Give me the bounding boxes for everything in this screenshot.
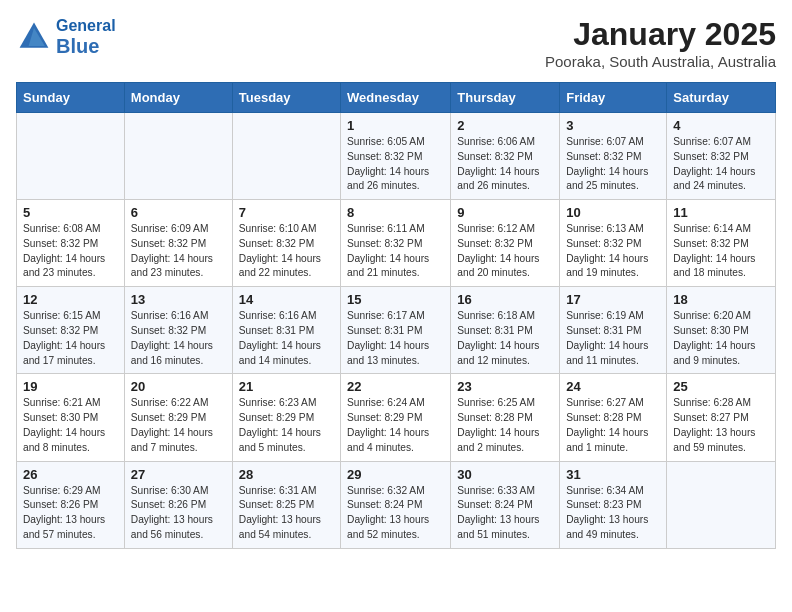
day-info: Sunrise: 6:09 AMSunset: 8:32 PMDaylight:… bbox=[131, 222, 226, 281]
day-info: Sunrise: 6:11 AMSunset: 8:32 PMDaylight:… bbox=[347, 222, 444, 281]
weekday-header: Saturday bbox=[667, 83, 776, 113]
day-info: Sunrise: 6:05 AMSunset: 8:32 PMDaylight:… bbox=[347, 135, 444, 194]
day-info: Sunrise: 6:23 AMSunset: 8:29 PMDaylight:… bbox=[239, 396, 334, 455]
day-info: Sunrise: 6:27 AMSunset: 8:28 PMDaylight:… bbox=[566, 396, 660, 455]
day-number: 16 bbox=[457, 292, 553, 307]
day-number: 21 bbox=[239, 379, 334, 394]
day-info: Sunrise: 6:19 AMSunset: 8:31 PMDaylight:… bbox=[566, 309, 660, 368]
day-info: Sunrise: 6:33 AMSunset: 8:24 PMDaylight:… bbox=[457, 484, 553, 543]
calendar-cell: 10Sunrise: 6:13 AMSunset: 8:32 PMDayligh… bbox=[560, 200, 667, 287]
day-number: 18 bbox=[673, 292, 769, 307]
calendar-week-row: 5Sunrise: 6:08 AMSunset: 8:32 PMDaylight… bbox=[17, 200, 776, 287]
logo-blue: Blue bbox=[56, 35, 116, 57]
logo: General Blue bbox=[16, 16, 116, 57]
day-info: Sunrise: 6:32 AMSunset: 8:24 PMDaylight:… bbox=[347, 484, 444, 543]
day-info: Sunrise: 6:20 AMSunset: 8:30 PMDaylight:… bbox=[673, 309, 769, 368]
calendar-cell: 9Sunrise: 6:12 AMSunset: 8:32 PMDaylight… bbox=[451, 200, 560, 287]
day-info: Sunrise: 6:29 AMSunset: 8:26 PMDaylight:… bbox=[23, 484, 118, 543]
calendar-cell: 7Sunrise: 6:10 AMSunset: 8:32 PMDaylight… bbox=[232, 200, 340, 287]
calendar-cell: 15Sunrise: 6:17 AMSunset: 8:31 PMDayligh… bbox=[341, 287, 451, 374]
day-info: Sunrise: 6:22 AMSunset: 8:29 PMDaylight:… bbox=[131, 396, 226, 455]
calendar-cell: 21Sunrise: 6:23 AMSunset: 8:29 PMDayligh… bbox=[232, 374, 340, 461]
day-number: 5 bbox=[23, 205, 118, 220]
day-number: 1 bbox=[347, 118, 444, 133]
calendar-cell: 31Sunrise: 6:34 AMSunset: 8:23 PMDayligh… bbox=[560, 461, 667, 548]
calendar-cell: 30Sunrise: 6:33 AMSunset: 8:24 PMDayligh… bbox=[451, 461, 560, 548]
calendar-cell: 22Sunrise: 6:24 AMSunset: 8:29 PMDayligh… bbox=[341, 374, 451, 461]
day-number: 3 bbox=[566, 118, 660, 133]
day-info: Sunrise: 6:16 AMSunset: 8:31 PMDaylight:… bbox=[239, 309, 334, 368]
day-number: 31 bbox=[566, 467, 660, 482]
day-number: 24 bbox=[566, 379, 660, 394]
calendar-cell bbox=[17, 113, 125, 200]
weekday-header: Wednesday bbox=[341, 83, 451, 113]
calendar-cell: 11Sunrise: 6:14 AMSunset: 8:32 PMDayligh… bbox=[667, 200, 776, 287]
calendar-table: SundayMondayTuesdayWednesdayThursdayFrid… bbox=[16, 82, 776, 549]
calendar-week-row: 26Sunrise: 6:29 AMSunset: 8:26 PMDayligh… bbox=[17, 461, 776, 548]
day-number: 4 bbox=[673, 118, 769, 133]
day-info: Sunrise: 6:25 AMSunset: 8:28 PMDaylight:… bbox=[457, 396, 553, 455]
calendar-cell: 17Sunrise: 6:19 AMSunset: 8:31 PMDayligh… bbox=[560, 287, 667, 374]
day-info: Sunrise: 6:13 AMSunset: 8:32 PMDaylight:… bbox=[566, 222, 660, 281]
calendar-cell: 1Sunrise: 6:05 AMSunset: 8:32 PMDaylight… bbox=[341, 113, 451, 200]
day-info: Sunrise: 6:07 AMSunset: 8:32 PMDaylight:… bbox=[673, 135, 769, 194]
calendar-cell: 14Sunrise: 6:16 AMSunset: 8:31 PMDayligh… bbox=[232, 287, 340, 374]
weekday-header: Friday bbox=[560, 83, 667, 113]
day-number: 27 bbox=[131, 467, 226, 482]
day-number: 13 bbox=[131, 292, 226, 307]
day-number: 11 bbox=[673, 205, 769, 220]
day-number: 30 bbox=[457, 467, 553, 482]
day-info: Sunrise: 6:30 AMSunset: 8:26 PMDaylight:… bbox=[131, 484, 226, 543]
page-header: General Blue January 2025 Pooraka, South… bbox=[16, 16, 776, 70]
day-info: Sunrise: 6:12 AMSunset: 8:32 PMDaylight:… bbox=[457, 222, 553, 281]
logo-icon bbox=[16, 19, 52, 55]
day-info: Sunrise: 6:21 AMSunset: 8:30 PMDaylight:… bbox=[23, 396, 118, 455]
calendar-week-row: 12Sunrise: 6:15 AMSunset: 8:32 PMDayligh… bbox=[17, 287, 776, 374]
calendar-cell bbox=[124, 113, 232, 200]
day-info: Sunrise: 6:34 AMSunset: 8:23 PMDaylight:… bbox=[566, 484, 660, 543]
calendar-cell: 29Sunrise: 6:32 AMSunset: 8:24 PMDayligh… bbox=[341, 461, 451, 548]
day-info: Sunrise: 6:17 AMSunset: 8:31 PMDaylight:… bbox=[347, 309, 444, 368]
day-number: 2 bbox=[457, 118, 553, 133]
day-number: 9 bbox=[457, 205, 553, 220]
page-subtitle: Pooraka, South Australia, Australia bbox=[545, 53, 776, 70]
page-title: January 2025 bbox=[545, 16, 776, 53]
day-info: Sunrise: 6:24 AMSunset: 8:29 PMDaylight:… bbox=[347, 396, 444, 455]
calendar-cell: 16Sunrise: 6:18 AMSunset: 8:31 PMDayligh… bbox=[451, 287, 560, 374]
day-info: Sunrise: 6:07 AMSunset: 8:32 PMDaylight:… bbox=[566, 135, 660, 194]
day-info: Sunrise: 6:14 AMSunset: 8:32 PMDaylight:… bbox=[673, 222, 769, 281]
calendar-cell: 4Sunrise: 6:07 AMSunset: 8:32 PMDaylight… bbox=[667, 113, 776, 200]
calendar-cell: 12Sunrise: 6:15 AMSunset: 8:32 PMDayligh… bbox=[17, 287, 125, 374]
day-info: Sunrise: 6:08 AMSunset: 8:32 PMDaylight:… bbox=[23, 222, 118, 281]
weekday-header: Sunday bbox=[17, 83, 125, 113]
day-number: 25 bbox=[673, 379, 769, 394]
day-info: Sunrise: 6:31 AMSunset: 8:25 PMDaylight:… bbox=[239, 484, 334, 543]
calendar-cell: 8Sunrise: 6:11 AMSunset: 8:32 PMDaylight… bbox=[341, 200, 451, 287]
calendar-cell bbox=[232, 113, 340, 200]
calendar-cell bbox=[667, 461, 776, 548]
day-number: 17 bbox=[566, 292, 660, 307]
calendar-cell: 28Sunrise: 6:31 AMSunset: 8:25 PMDayligh… bbox=[232, 461, 340, 548]
calendar-cell: 19Sunrise: 6:21 AMSunset: 8:30 PMDayligh… bbox=[17, 374, 125, 461]
day-info: Sunrise: 6:10 AMSunset: 8:32 PMDaylight:… bbox=[239, 222, 334, 281]
day-number: 8 bbox=[347, 205, 444, 220]
day-number: 14 bbox=[239, 292, 334, 307]
calendar-cell: 13Sunrise: 6:16 AMSunset: 8:32 PMDayligh… bbox=[124, 287, 232, 374]
logo-general: General bbox=[56, 16, 116, 35]
calendar-cell: 5Sunrise: 6:08 AMSunset: 8:32 PMDaylight… bbox=[17, 200, 125, 287]
calendar-week-row: 19Sunrise: 6:21 AMSunset: 8:30 PMDayligh… bbox=[17, 374, 776, 461]
title-block: January 2025 Pooraka, South Australia, A… bbox=[545, 16, 776, 70]
calendar-cell: 26Sunrise: 6:29 AMSunset: 8:26 PMDayligh… bbox=[17, 461, 125, 548]
weekday-header: Monday bbox=[124, 83, 232, 113]
calendar-cell: 2Sunrise: 6:06 AMSunset: 8:32 PMDaylight… bbox=[451, 113, 560, 200]
day-number: 7 bbox=[239, 205, 334, 220]
day-number: 12 bbox=[23, 292, 118, 307]
calendar-cell: 20Sunrise: 6:22 AMSunset: 8:29 PMDayligh… bbox=[124, 374, 232, 461]
day-info: Sunrise: 6:28 AMSunset: 8:27 PMDaylight:… bbox=[673, 396, 769, 455]
logo-text: General Blue bbox=[56, 16, 116, 57]
day-number: 10 bbox=[566, 205, 660, 220]
calendar-cell: 27Sunrise: 6:30 AMSunset: 8:26 PMDayligh… bbox=[124, 461, 232, 548]
day-info: Sunrise: 6:06 AMSunset: 8:32 PMDaylight:… bbox=[457, 135, 553, 194]
calendar-week-row: 1Sunrise: 6:05 AMSunset: 8:32 PMDaylight… bbox=[17, 113, 776, 200]
calendar-cell: 6Sunrise: 6:09 AMSunset: 8:32 PMDaylight… bbox=[124, 200, 232, 287]
